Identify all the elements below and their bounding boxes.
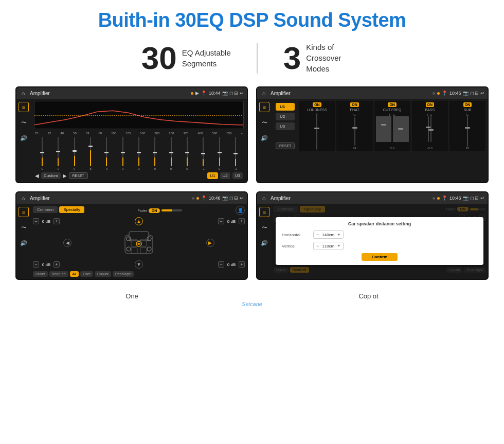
- specialty-tab[interactable]: Specialty: [59, 206, 84, 213]
- screen1-main: 25 32 40 50 63 80 100 125 160 200 250 32…: [31, 99, 247, 182]
- home-icon-2[interactable]: ⌂: [260, 90, 267, 97]
- status-dot-3b: [196, 197, 199, 200]
- eq-slider-12[interactable]: 0: [212, 137, 226, 170]
- sidebar-vol-icon-4[interactable]: 🔊: [259, 238, 269, 248]
- sidebar-vol-icon-2[interactable]: 🔊: [259, 133, 269, 143]
- seicane-watermark: Seicane: [0, 300, 504, 309]
- home-icon-4[interactable]: ⌂: [260, 194, 267, 202]
- sidebar-wave-icon[interactable]: 〜: [19, 117, 29, 128]
- db-minus-tr[interactable]: −: [218, 218, 224, 224]
- eq-slider-9[interactable]: 0: [164, 137, 178, 170]
- eq-slider-1[interactable]: 0: [35, 137, 49, 170]
- db-minus-bl[interactable]: −: [33, 261, 39, 268]
- speaker-tabs: Common Specialty: [33, 206, 84, 213]
- topbar-3: ⌂ Amplifier 📍 10:46 📷 ◻ ⊟ ↩: [16, 192, 247, 204]
- user-btn[interactable]: User: [80, 271, 93, 277]
- eq-prev-btn[interactable]: ◀: [35, 173, 39, 179]
- status-dot-3: [192, 197, 194, 200]
- screen3-body: ≡ 〜 🔊 Common Specialty Fader ON 👤: [16, 204, 247, 279]
- up-arrow-btn[interactable]: ▲: [135, 217, 143, 225]
- rearleft-btn[interactable]: RearLeft: [49, 271, 68, 277]
- eq-u2-btn[interactable]: U2: [220, 172, 230, 179]
- fader-slider[interactable]: [161, 209, 182, 211]
- eq-bottom-bar: ◀ Custom ▶ RESET U1 U2 U3: [34, 170, 244, 180]
- topbar-title-1: Amplifier: [29, 91, 189, 96]
- horizontal-row: Horizontal − 140cm +: [282, 230, 477, 239]
- topbar-icons-3: 📷 ◻ ⊟ ↩: [222, 196, 244, 201]
- common-tab-4: Common: [274, 206, 298, 212]
- eq-slider-6[interactable]: 0: [116, 137, 130, 170]
- vertical-plus[interactable]: +: [337, 243, 340, 248]
- eq-slider-8[interactable]: 0: [148, 137, 162, 170]
- page-title: Buith-in 30EQ DSP Sound System: [0, 0, 504, 37]
- bass-on: ON: [426, 102, 435, 107]
- topbar-1: ⌂ Amplifier ▶ 📍 10:44 📷 ◻ ⊟ ↩: [16, 87, 247, 99]
- eq-reset-btn[interactable]: RESET: [69, 172, 88, 179]
- cross-reset-btn[interactable]: RESET: [276, 143, 295, 149]
- home-icon-3[interactable]: ⌂: [20, 194, 27, 202]
- eq-slider-3[interactable]: 0: [67, 137, 82, 170]
- confirm-button[interactable]: Confirm: [362, 253, 398, 261]
- status-dot-1: [191, 92, 193, 95]
- db-plus-tr[interactable]: +: [239, 218, 245, 224]
- sidebar-2: ≡ 〜 🔊: [257, 99, 272, 153]
- u2-btn[interactable]: U2: [276, 113, 295, 120]
- horizontal-plus[interactable]: +: [337, 232, 340, 237]
- left-arrow-btn[interactable]: ◀: [63, 239, 71, 247]
- sidebar-eq-icon[interactable]: ≡: [19, 102, 29, 112]
- vertical-minus[interactable]: −: [316, 243, 319, 248]
- common-tab[interactable]: Common: [33, 206, 58, 213]
- status-dot-2: [433, 92, 435, 95]
- db-plus-tl[interactable]: +: [53, 218, 60, 224]
- eq-slider-11[interactable]: -1: [196, 137, 210, 170]
- topbar-location-1: 📍: [201, 91, 207, 96]
- db-plus-bl[interactable]: +: [53, 261, 60, 268]
- sidebar-vol-icon[interactable]: 🔊: [19, 133, 29, 143]
- eq-u3-btn[interactable]: U3: [232, 172, 243, 179]
- eq-slider-2[interactable]: 0: [51, 137, 65, 170]
- topbar-location-3: 📍: [201, 196, 207, 201]
- label-copilot-text: Cop ot: [358, 292, 378, 300]
- topbar-time-2: 10:45: [449, 91, 461, 96]
- sidebar-eq-icon-4[interactable]: ≡: [259, 207, 269, 217]
- eq-slider-5[interactable]: 0: [99, 137, 114, 170]
- topbar-time-1: 10:44: [209, 91, 221, 96]
- eq-slider-13[interactable]: -1: [228, 137, 243, 170]
- screen1-body: ≡ 〜 🔊 25 32 40 50 63: [16, 99, 247, 182]
- sidebar-wave-icon-4[interactable]: 〜: [259, 222, 269, 233]
- eq-slider-4[interactable]: 5: [83, 137, 98, 170]
- cutfreq-label: CUT FREQ: [383, 108, 402, 112]
- db-minus-br[interactable]: −: [218, 261, 224, 268]
- db-value-br: 0 dB: [226, 262, 237, 267]
- db-control-tr: − 0 dB +: [175, 218, 245, 224]
- copilot-btn[interactable]: Copilot: [95, 271, 111, 277]
- db-plus-br[interactable]: +: [239, 261, 245, 268]
- sidebar-eq-icon-3[interactable]: ≡: [19, 207, 29, 217]
- u3-btn[interactable]: U3: [276, 122, 295, 130]
- u1-btn[interactable]: U1: [276, 103, 295, 111]
- eq-custom-btn[interactable]: Custom: [41, 172, 61, 179]
- horizontal-minus[interactable]: −: [316, 232, 319, 237]
- home-icon-1[interactable]: ⌂: [20, 90, 27, 97]
- cross-col-sub: ON SUB G 20: [449, 101, 485, 151]
- fader-toggle[interactable]: ON: [149, 208, 160, 213]
- eq-u1-btn[interactable]: U1: [207, 172, 218, 179]
- cross-col-bass: ON BASS F G -3.0: [412, 101, 448, 151]
- sidebar-eq-icon-2[interactable]: ≡: [259, 102, 269, 112]
- sidebar-wave-icon-2[interactable]: 〜: [259, 117, 269, 128]
- eq-next-btn[interactable]: ▶: [63, 173, 67, 179]
- rearright-btn[interactable]: RearRight: [113, 271, 134, 277]
- down-arrow-btn[interactable]: ▼: [135, 260, 143, 269]
- db-value-bl: 0 dB: [41, 262, 52, 267]
- sidebar-wave-icon-3[interactable]: 〜: [19, 222, 29, 233]
- right-arrow-btn[interactable]: ▶: [206, 239, 214, 247]
- sidebar-vol-icon-3[interactable]: 🔊: [19, 238, 29, 248]
- left-arrow-area: ◀: [33, 239, 102, 247]
- driver-btn[interactable]: Driver: [33, 271, 48, 277]
- sidebar-3: ≡ 〜 🔊: [16, 204, 31, 279]
- db-minus-tl[interactable]: −: [33, 218, 39, 224]
- horizontal-label: Horizontal: [282, 233, 310, 237]
- eq-slider-7[interactable]: 0: [132, 137, 146, 170]
- all-btn[interactable]: All: [70, 271, 79, 277]
- eq-slider-10[interactable]: 0: [180, 137, 194, 170]
